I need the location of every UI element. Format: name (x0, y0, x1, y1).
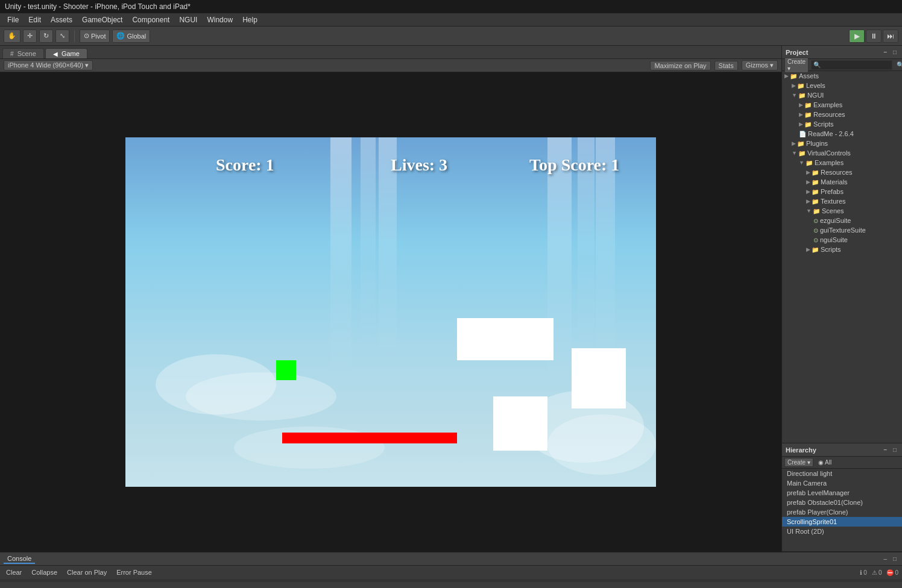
cloud-4 (547, 414, 656, 475)
tree-arrow-icon: ▶ (806, 179, 810, 185)
project-tree-item[interactable]: ▼📁Scenes (782, 206, 902, 216)
hierarchy-create-btn[interactable]: Create ▾ (784, 458, 813, 467)
hierarchy-item[interactable]: prefab Obstacle01(Clone) (782, 498, 902, 507)
tree-item-label: Scripts (821, 246, 841, 253)
game-toolbar-right: Maximize on Play Stats Gizmos ▾ (650, 60, 778, 70)
hierarchy-item[interactable]: ScrollingSprite01 (782, 517, 902, 527)
hierarchy-item-label: prefab Player(Clone) (787, 508, 848, 516)
hierarchy-item[interactable]: prefab LevelManager (782, 488, 902, 498)
play-button[interactable]: ▶ (849, 30, 865, 43)
folder-icon: 📁 (806, 160, 813, 166)
tree-item-label: Scripts (813, 120, 834, 128)
tree-item-label: Examples (813, 101, 842, 108)
project-create-label: Create ▾ (787, 58, 806, 72)
player-object (276, 360, 296, 380)
folder-icon: 📁 (813, 208, 820, 214)
project-tree-item[interactable]: ⊙guiTextureSuite (782, 225, 902, 235)
project-tree-item[interactable]: ▶📁Examples (782, 100, 902, 110)
hand-tool-btn[interactable]: ✋ (4, 30, 20, 43)
project-tree-item[interactable]: ▶📁Materials (782, 177, 902, 187)
project-tree-item[interactable]: ⊙ezguiSuite (782, 216, 902, 225)
tree-arrow-icon: ▶ (806, 169, 810, 175)
hierarchy-item[interactable]: prefab Player(Clone) (782, 507, 902, 517)
project-tree-item[interactable]: ▶📁Scripts (782, 245, 902, 254)
project-tree-item[interactable]: ▶📁Textures (782, 196, 902, 206)
project-tree-item[interactable]: ▼📁NGUI (782, 90, 902, 100)
menu-component[interactable]: Component (127, 14, 174, 25)
tree-item-label: NGUI (807, 92, 824, 99)
tree-arrow-icon: ▼ (799, 160, 804, 166)
game-tab[interactable]: ◀ Game (45, 48, 87, 58)
project-tree-item[interactable]: ▶📁Assets (782, 71, 902, 81)
global-btn[interactable]: 🌐 Global (112, 30, 150, 43)
info-icon: ℹ (860, 569, 862, 576)
toolbar: ✋ ✛ ↻ ⤡ ⊙ Pivot 🌐 Global ▶ ⏸ ⏭ (0, 27, 902, 46)
menu-edit[interactable]: Edit (24, 14, 46, 25)
console-clear-btn[interactable]: Clear (4, 568, 24, 577)
tree-arrow-icon: ▶ (784, 73, 789, 79)
console-minimize[interactable]: – (882, 555, 889, 563)
scale-tool-btn[interactable]: ⤡ (55, 30, 69, 43)
hierarchy-item-label: prefab LevelManager (787, 489, 850, 496)
project-tree-item[interactable]: ▶📁Resources (782, 110, 902, 119)
resolution-dropdown[interactable]: iPhone 4 Wide (960×640) ▾ (4, 60, 93, 70)
pause-button[interactable]: ⏸ (866, 30, 882, 43)
project-panel-maximize[interactable]: □ (891, 48, 898, 56)
project-panel-minimize[interactable]: – (882, 48, 889, 56)
maximize-on-play-btn[interactable]: Maximize on Play (650, 61, 710, 70)
project-panel-controls: – □ (882, 48, 898, 56)
menu-ngui[interactable]: NGUI (174, 14, 202, 25)
cloud-2 (186, 372, 336, 421)
scene-tab[interactable]: # Scene (2, 48, 44, 58)
project-tree-item[interactable]: ⊙nguiSuite (782, 235, 902, 245)
project-tree-item[interactable]: ▶📁Plugins (782, 139, 902, 148)
console-maximize[interactable]: □ (891, 555, 898, 563)
step-button[interactable]: ⏭ (883, 30, 898, 43)
project-tree-item[interactable]: ▶📁Prefabs (782, 187, 902, 196)
tree-arrow-icon: ▶ (792, 83, 796, 89)
main-layout: # Scene ◀ Game iPhone 4 Wide (960×640) ▾… (0, 46, 902, 552)
hierarchy-panel-minimize[interactable]: – (882, 446, 889, 454)
game-canvas: Score: 1 Lives: 3 Top Score: 1 (125, 137, 656, 487)
hierarchy-item[interactable]: UI Root (2D) (782, 527, 902, 536)
tree-arrow-icon: ▶ (799, 102, 803, 108)
project-tree-item[interactable]: ▼📁Examples (782, 158, 902, 167)
stats-btn[interactable]: Stats (714, 61, 738, 70)
console-warning-count: ⚠ 0 (872, 569, 882, 576)
warning-icon: ⚠ (872, 569, 877, 576)
menu-window[interactable]: Window (202, 14, 238, 25)
project-search-input[interactable] (811, 60, 892, 70)
tree-item-label: Resources (821, 169, 853, 176)
project-tree-item[interactable]: ▶📁Levels (782, 81, 902, 90)
tree-item-label: Prefabs (821, 188, 844, 195)
move-tool-btn[interactable]: ✛ (23, 30, 37, 43)
project-tree-item[interactable]: ▶📁Scripts (782, 119, 902, 129)
game-viewport: Score: 1 Lives: 3 Top Score: 1 (0, 72, 781, 552)
project-tree-item[interactable]: ▼📁VirtualControls (782, 148, 902, 158)
console-tab[interactable]: Console (4, 554, 35, 564)
right-panel: Project – □ Create ▾ 🔍 ⊞ ▶📁Assets▶📁Level… (781, 46, 902, 552)
pivot-btn[interactable]: ⊙ Pivot (80, 30, 110, 43)
hierarchy-item[interactable]: Directional light (782, 469, 902, 478)
menu-assets[interactable]: Assets (46, 14, 77, 25)
folder-icon: 📁 (812, 198, 819, 205)
project-create-btn[interactable]: Create ▾ (784, 57, 809, 73)
project-tree-item[interactable]: 📄ReadMe - 2.6.4 (782, 129, 902, 139)
scene-icon: ⊙ (813, 237, 818, 243)
resolution-label: iPhone 4 Wide (960×640) (8, 61, 83, 69)
gizmos-btn[interactable]: Gizmos ▾ (742, 60, 778, 70)
hierarchy-panel-maximize[interactable]: □ (891, 446, 898, 454)
console-error-pause-btn[interactable]: Error Pause (114, 568, 154, 577)
menu-file[interactable]: File (2, 14, 24, 25)
menu-gameobject[interactable]: GameObject (77, 14, 127, 25)
hierarchy-item[interactable]: Main Camera (782, 478, 902, 488)
project-tree-item[interactable]: ▶📁Resources (782, 167, 902, 177)
tree-arrow-icon: ▶ (806, 198, 810, 204)
console-error-count: ⛔ 0 (886, 569, 898, 576)
menu-help[interactable]: Help (238, 14, 262, 25)
hierarchy-create-label: Create ▾ (787, 459, 810, 466)
console-collapse-btn[interactable]: Collapse (29, 568, 60, 577)
rotate-tool-btn[interactable]: ↻ (39, 30, 53, 43)
folder-icon: 📁 (812, 169, 819, 176)
console-clear-on-play-btn[interactable]: Clear on Play (65, 568, 109, 577)
